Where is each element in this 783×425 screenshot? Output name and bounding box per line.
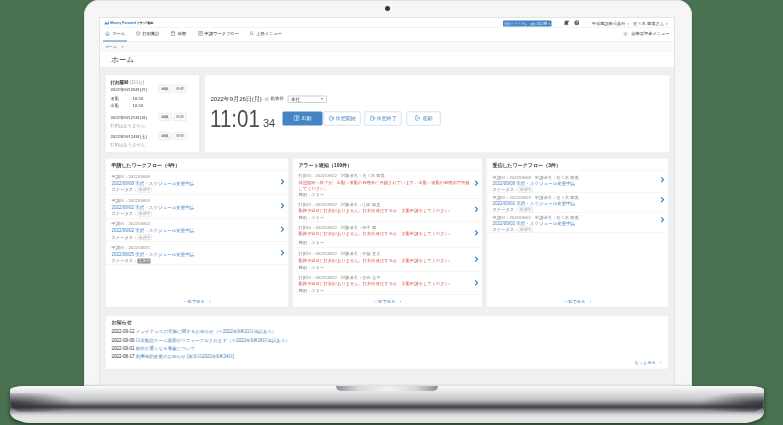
svg-text:?: ? <box>576 21 578 25</box>
